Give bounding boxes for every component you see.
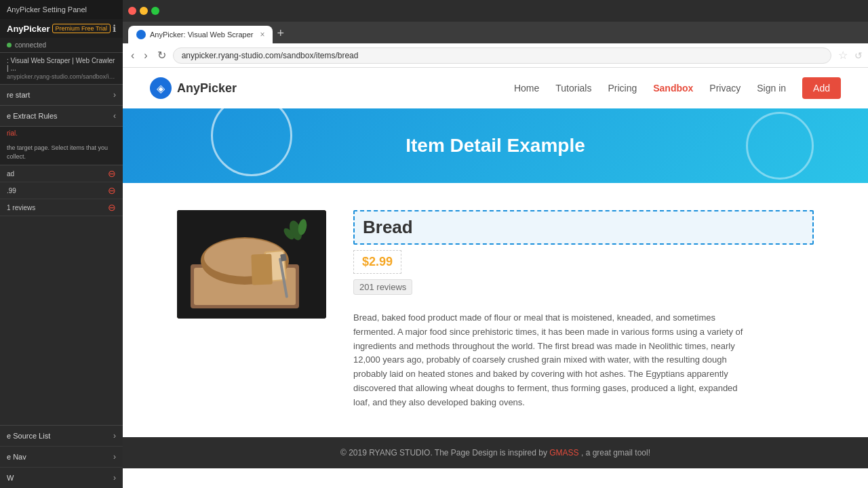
tab-title: AnyPicker: Visual Web Scraper xyxy=(150,30,253,39)
panel-header: AnyPicker Setting Panel xyxy=(0,0,123,19)
left-panel: AnyPicker Setting Panel AnyPicker Premiu… xyxy=(0,0,123,488)
extract-rules-section[interactable]: e Extract Rules ‹ xyxy=(0,106,123,127)
nav-sandbox[interactable]: Sandbox xyxy=(653,83,693,94)
tab-bar: AnyPicker: Visual Web Scraper × + xyxy=(123,22,868,43)
bottom-extra-item[interactable]: W › xyxy=(0,468,123,488)
field-row-reviews: 1 reviews ⊖ xyxy=(0,199,123,216)
chevron-right-icon: › xyxy=(113,90,116,100)
nav-tutorials[interactable]: Tutorials xyxy=(555,83,591,94)
instruction-text: the target page. Select items that you c… xyxy=(0,140,123,165)
product-price-box: $2.99 xyxy=(353,250,401,274)
logo-icon: ◈ xyxy=(150,77,172,99)
hero-circle-2 xyxy=(746,112,814,180)
svg-rect-7 xyxy=(251,253,273,285)
product-section: Bread $2.99 201 reviews Bread, baked foo… xyxy=(123,183,868,437)
product-title: Bread xyxy=(363,217,804,238)
tab-close-btn[interactable]: × xyxy=(260,30,264,39)
new-tab-btn[interactable]: + xyxy=(277,27,284,39)
remove-field-btn-0[interactable]: ⊖ xyxy=(108,169,116,178)
panel-header-text: AnyPicker Setting Panel xyxy=(7,5,87,14)
nav-home[interactable]: Home xyxy=(514,83,539,94)
nav-arrow: › xyxy=(113,452,116,462)
logo-text: AnyPicker xyxy=(177,81,237,96)
field-row-name: ad ⊖ xyxy=(0,165,123,182)
bottom-extra-label: W xyxy=(7,474,14,482)
webpage: ◈ AnyPicker Home Tutorials Pricing Sandb… xyxy=(123,68,868,488)
source-list-item[interactable]: e Source List › xyxy=(0,426,123,447)
nav-signin[interactable]: Sign in xyxy=(757,83,786,94)
product-image xyxy=(177,210,326,319)
address-input[interactable] xyxy=(173,47,831,64)
refresh-btn[interactable]: ↻ xyxy=(155,47,169,63)
page-title: : Visual Web Scraper | Web Crawler | ... xyxy=(7,57,116,72)
premium-badge: Premium Free Trial xyxy=(52,24,111,33)
info-icon[interactable]: ℹ xyxy=(113,23,116,34)
brand-name: AnyPicker xyxy=(7,24,50,34)
source-list-arrow: › xyxy=(113,431,116,441)
address-bar-row: ‹ › ↻ ☆ ↺ xyxy=(123,43,868,68)
product-title-box: Bread xyxy=(353,210,814,245)
connection-text: connected xyxy=(15,41,46,49)
bread-visual xyxy=(177,210,326,319)
field-row-price: .99 ⊖ xyxy=(0,182,123,199)
hero-circle-1 xyxy=(211,108,292,176)
product-reviews: 201 reviews xyxy=(353,279,412,295)
svg-rect-12 xyxy=(280,253,287,261)
chevron-down-icon: ‹ xyxy=(113,111,116,121)
panel-brand: AnyPicker Premium Free Trial ℹ xyxy=(0,19,123,38)
back-btn[interactable]: ‹ xyxy=(128,48,137,63)
product-details: Bread $2.99 201 reviews Bread, baked foo… xyxy=(353,210,814,410)
browser-area: AnyPicker: Visual Web Scraper × + ‹ › ↻ … xyxy=(123,0,868,488)
hero-banner: Item Detail Example xyxy=(123,108,868,183)
nav-label: e Nav xyxy=(7,453,26,461)
source-list-label: e Source List xyxy=(7,432,50,440)
remove-field-btn-2[interactable]: ⊖ xyxy=(108,203,116,212)
connection-status: connected xyxy=(0,38,123,53)
browser-titlebar xyxy=(123,0,868,22)
footer-text: © 2019 RYANG STUDIO. The Page Design is … xyxy=(340,448,549,458)
site-nav: ◈ AnyPicker Home Tutorials Pricing Sandb… xyxy=(123,68,868,108)
field-name-label: ad xyxy=(7,170,14,178)
page-info: : Visual Web Scraper | Web Crawler | ...… xyxy=(0,53,123,85)
nav-item[interactable]: e Nav › xyxy=(0,447,123,468)
traffic-lights xyxy=(128,7,159,15)
panel-bottom: e Source List › e Nav › W › xyxy=(0,425,123,488)
close-window-btn[interactable] xyxy=(128,7,136,15)
remove-field-btn-1[interactable]: ⊖ xyxy=(108,186,116,195)
product-image-container xyxy=(177,210,326,319)
nav-privacy[interactable]: Privacy xyxy=(709,83,741,94)
page-url: anypicker.ryang-studio.com/sandbox/ite..… xyxy=(7,73,116,80)
forward-btn[interactable]: › xyxy=(141,48,150,63)
hero-title: Item Detail Example xyxy=(406,135,585,157)
tutorial-link[interactable]: rial. xyxy=(0,127,123,140)
footer-text-after: , a great gmail tool! xyxy=(581,448,650,458)
quick-start-label: re start xyxy=(7,91,30,99)
field-reviews-label: 1 reviews xyxy=(7,204,35,211)
connected-dot xyxy=(7,43,12,47)
nav-pricing[interactable]: Pricing xyxy=(608,83,637,94)
nav-links: Home Tutorials Pricing Sandbox Privacy S… xyxy=(514,77,841,99)
minimize-window-btn[interactable] xyxy=(140,7,148,15)
product-description: Bread, baked food product made of flour … xyxy=(353,311,747,410)
site-logo: ◈ AnyPicker xyxy=(150,77,237,99)
bottom-extra-arrow: › xyxy=(113,473,116,483)
nav-add-btn[interactable]: Add xyxy=(802,77,841,99)
quick-start-section[interactable]: re start › xyxy=(0,85,123,106)
tab-favicon xyxy=(136,30,146,39)
extension-icon[interactable]: ↺ xyxy=(854,50,863,61)
footer-link[interactable]: GMASS xyxy=(549,448,578,458)
field-price-label: .99 xyxy=(7,187,16,195)
extract-rules-label: e Extract Rules xyxy=(7,112,58,120)
active-tab[interactable]: AnyPicker: Visual Web Scraper × xyxy=(128,26,273,43)
product-price: $2.99 xyxy=(362,255,393,268)
maximize-window-btn[interactable] xyxy=(151,7,159,15)
bookmark-icon[interactable]: ☆ xyxy=(838,49,848,62)
site-footer: © 2019 RYANG STUDIO. The Page Design is … xyxy=(123,437,868,468)
